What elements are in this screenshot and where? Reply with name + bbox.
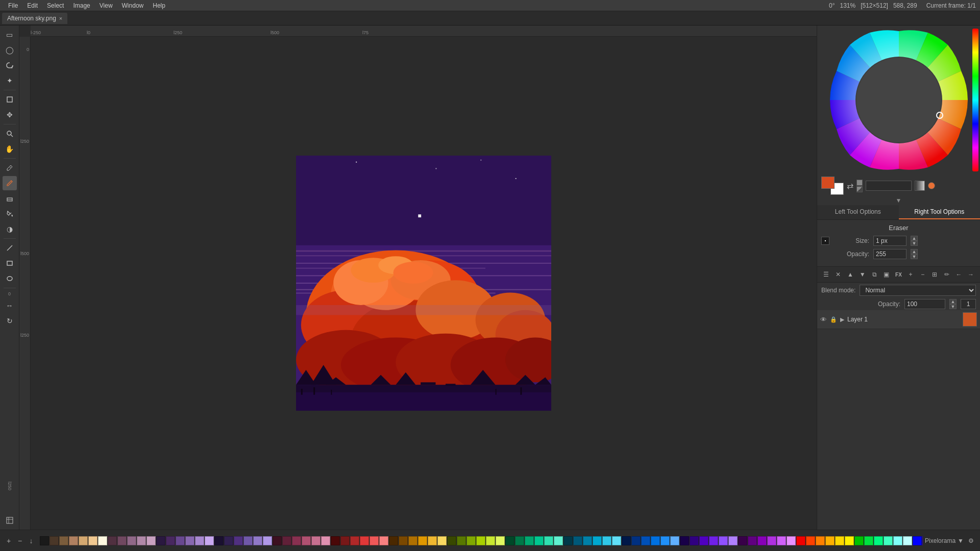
palette-color-swatch[interactable] [243, 536, 253, 545]
layer-merge-btn[interactable]: ⊞ [929, 269, 940, 280]
palette-color-swatch[interactable] [854, 536, 864, 545]
palette-color-swatch[interactable] [593, 536, 602, 545]
palette-color-swatch[interactable] [205, 536, 214, 545]
palette-color-swatch[interactable] [79, 536, 88, 545]
palette-color-swatch[interactable] [922, 536, 923, 545]
palette-color-swatch[interactable] [50, 536, 59, 545]
tool-fill[interactable] [3, 207, 17, 221]
canvas-container[interactable] [31, 37, 817, 530]
palette-color-swatch[interactable] [884, 536, 893, 545]
palette-color-swatch[interactable] [534, 536, 544, 545]
palette-color-swatch[interactable] [282, 536, 291, 545]
tool-ellipse-shape[interactable] [3, 271, 17, 286]
palette-color-swatch[interactable] [340, 536, 350, 545]
layer-item[interactable]: 👁 🔒 ▶ Layer 1 [817, 310, 980, 329]
menu-item-file[interactable]: File [4, 1, 22, 10]
layer-arrow-left-btn[interactable]: ← [954, 269, 964, 280]
palette-color-swatch[interactable] [467, 536, 476, 545]
palette-color-swatch[interactable] [602, 536, 611, 545]
palette-color-swatch[interactable] [399, 536, 408, 545]
color-wheel-wrapper[interactable] [827, 29, 970, 171]
palette-color-swatch[interactable] [660, 536, 670, 545]
tool-flip-h[interactable]: ↔ [3, 298, 17, 313]
fg-color-swatch[interactable] [821, 177, 835, 189]
palette-down-btn[interactable]: ↓ [27, 536, 36, 545]
palette-color-swatch[interactable] [457, 536, 466, 545]
palette-color-swatch[interactable] [98, 536, 107, 545]
palette-color-swatch[interactable] [874, 536, 883, 545]
palette-color-swatch[interactable] [913, 536, 922, 545]
palette-color-swatch[interactable] [156, 536, 165, 545]
tool-move[interactable]: ✥ [3, 108, 17, 122]
tab-close-button[interactable]: × [59, 15, 62, 21]
palette-color-swatch[interactable] [185, 536, 194, 545]
palette-color-swatch[interactable] [816, 536, 825, 545]
file-tab[interactable]: Afternoon sky.png × [2, 13, 67, 24]
palette-color-swatch[interactable] [437, 536, 447, 545]
layer-visibility-btn[interactable]: 👁 [820, 316, 827, 323]
palette-color-swatch[interactable] [476, 536, 485, 545]
layer-down-btn[interactable]: ▼ [857, 269, 868, 280]
palette-color-swatch[interactable] [292, 536, 301, 545]
palette-color-swatch[interactable] [224, 536, 233, 545]
menu-item-help[interactable]: Help [149, 1, 169, 10]
layers-opacity-up[interactable]: ▲ [949, 299, 957, 304]
palette-settings-icon[interactable]: ⚙ [966, 536, 976, 546]
palette-color-swatch[interactable] [622, 536, 631, 545]
palette-color-swatch[interactable] [787, 536, 796, 545]
palette-color-swatch[interactable] [544, 536, 553, 545]
palette-color-swatch[interactable] [525, 536, 534, 545]
palette-dropdown-btn[interactable]: ▼ [958, 537, 964, 544]
layers-opacity-num[interactable] [961, 299, 976, 309]
palette-color-swatch[interactable] [505, 536, 514, 545]
layer-up-btn[interactable]: ▲ [845, 269, 855, 280]
palette-color-swatch[interactable] [796, 536, 805, 545]
palette-color-swatch[interactable] [195, 536, 204, 545]
tool-marquee-ellipse[interactable]: ◯ [3, 43, 17, 57]
tool-rotate[interactable]: ↻ [3, 314, 17, 328]
palette-color-swatch[interactable] [360, 536, 369, 545]
layer-paint-btn[interactable]: ✏ [942, 269, 952, 280]
palette-color-swatch[interactable] [564, 536, 573, 545]
palette-color-swatch[interactable] [680, 536, 689, 545]
palette-color-swatch[interactable] [573, 536, 582, 545]
layer-arrow-right-btn[interactable]: → [966, 269, 976, 280]
palette-color-swatch[interactable] [263, 536, 272, 545]
palette-color-swatch[interactable] [806, 536, 815, 545]
swap-colors-icon[interactable]: ⇄ [847, 181, 853, 191]
palette-color-swatch[interactable] [166, 536, 175, 545]
layer-copy-btn[interactable]: ⧉ [869, 269, 879, 280]
hex-input[interactable]: d54b20 [866, 181, 912, 191]
palette-color-swatch[interactable] [612, 536, 621, 545]
palette-color-swatch[interactable] [903, 536, 912, 545]
tool-rect-shape[interactable] [3, 256, 17, 270]
layer-group-btn[interactable]: ▣ [881, 269, 892, 280]
blend-mode-select[interactable]: Normal Multiply Screen Overlay [860, 285, 976, 296]
palette-color-swatch[interactable] [777, 536, 786, 545]
palette-color-swatch[interactable] [59, 536, 68, 545]
palette-color-swatch[interactable] [631, 536, 641, 545]
palette-color-swatch[interactable] [379, 536, 388, 545]
palette-color-swatch[interactable] [350, 536, 359, 545]
palette-color-swatch[interactable] [554, 536, 563, 545]
palette-color-swatch[interactable] [273, 536, 282, 545]
brush-preview[interactable] [821, 237, 829, 245]
palette-color-swatch[interactable] [690, 536, 699, 545]
palette-color-swatch[interactable] [719, 536, 728, 545]
tool-line[interactable] [3, 241, 17, 255]
tool-lasso[interactable] [3, 58, 17, 72]
layer-lock-btn[interactable]: 🔒 [830, 316, 837, 323]
layer-delete-btn[interactable]: ✕ [834, 269, 844, 280]
palette-color-swatch[interactable] [253, 536, 262, 545]
opacity-input[interactable] [873, 249, 906, 259]
canvas-area[interactable]: l-250 l0 l250 l500 l75 0 l250 l500 l250 [19, 26, 817, 530]
palette-color-swatch[interactable] [447, 536, 456, 545]
palette-color-swatch[interactable] [302, 536, 311, 545]
palette-color-swatch[interactable] [583, 536, 592, 545]
tool-marquee-rect[interactable]: ▭ [3, 28, 17, 42]
palette-color-swatch[interactable] [418, 536, 427, 545]
palette-color-swatch[interactable] [88, 536, 97, 545]
size-input[interactable] [873, 236, 906, 246]
tool-color-picker[interactable] [3, 161, 17, 175]
palette-color-swatch[interactable] [108, 536, 117, 545]
